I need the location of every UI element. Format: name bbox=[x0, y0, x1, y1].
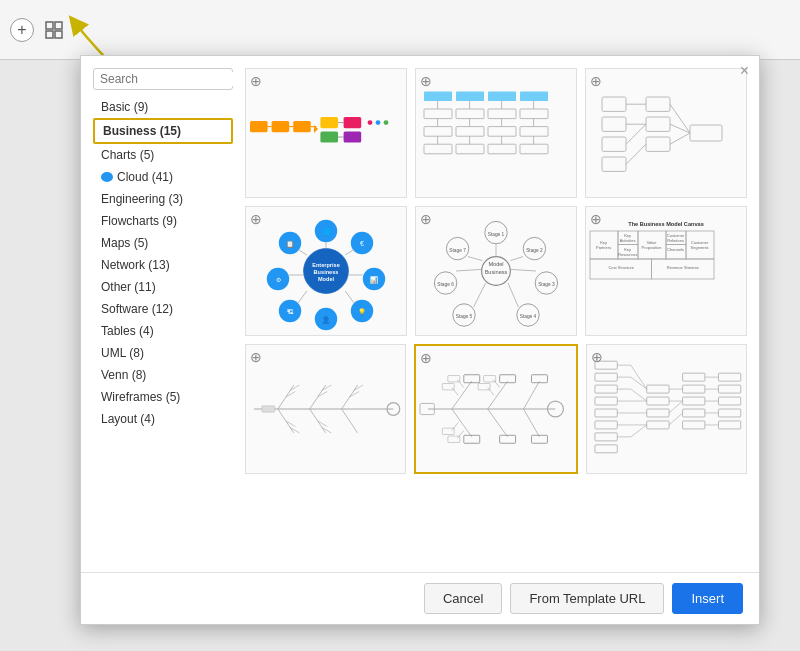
svg-rect-157 bbox=[262, 406, 275, 412]
zoom-icon-4[interactable]: ⊕ bbox=[250, 211, 262, 227]
zoom-icon-5[interactable]: ⊕ bbox=[420, 211, 432, 227]
svg-line-54 bbox=[626, 124, 646, 144]
template-card-canvas[interactable]: The Business Model Canvas Key Par bbox=[585, 206, 747, 336]
svg-line-108 bbox=[510, 257, 523, 261]
svg-rect-218 bbox=[682, 409, 704, 417]
svg-rect-209 bbox=[646, 409, 668, 417]
template-card-fishbone-1[interactable]: ⊕ bbox=[245, 344, 406, 474]
svg-rect-48 bbox=[602, 97, 626, 111]
svg-rect-187 bbox=[595, 385, 617, 393]
svg-text:Activities: Activities bbox=[620, 238, 636, 243]
category-item-maps[interactable]: Maps (5) bbox=[93, 232, 233, 254]
insert-button[interactable]: Insert bbox=[672, 583, 743, 614]
zoom-icon-6[interactable]: ⊕ bbox=[590, 211, 602, 227]
category-label-basic: Basic (9) bbox=[101, 100, 148, 114]
svg-line-206 bbox=[630, 425, 646, 437]
svg-text:Stage 5: Stage 5 bbox=[456, 314, 473, 319]
svg-rect-3 bbox=[55, 31, 62, 38]
template-card-stage-diagram[interactable]: Business Model Stage 1 Stage 2 Stage 3 S… bbox=[415, 206, 577, 336]
svg-line-109 bbox=[510, 269, 536, 271]
svg-rect-47 bbox=[520, 144, 548, 154]
category-label-layout: Layout (4) bbox=[101, 412, 155, 426]
category-label-uml: UML (8) bbox=[101, 346, 144, 360]
svg-rect-208 bbox=[646, 397, 668, 405]
zoom-icon-7[interactable]: ⊕ bbox=[250, 349, 262, 365]
zoom-icon-1[interactable]: ⊕ bbox=[250, 73, 262, 89]
template-card-business-model[interactable]: Enterprise Business Model bbox=[245, 206, 407, 336]
category-item-basic[interactable]: Basic (9) bbox=[93, 96, 233, 118]
modal-close-button[interactable]: × bbox=[740, 62, 749, 80]
svg-rect-186 bbox=[595, 373, 617, 381]
category-item-other[interactable]: Other (11) bbox=[93, 276, 233, 298]
template-row-1: ⊕ bbox=[245, 68, 747, 198]
search-input[interactable] bbox=[100, 72, 250, 86]
category-item-venn[interactable]: Venn (8) bbox=[93, 364, 233, 386]
svg-line-79 bbox=[298, 291, 307, 303]
svg-text:Proposition: Proposition bbox=[642, 245, 662, 250]
template-card-process-flow[interactable]: ⊕ bbox=[245, 68, 407, 198]
category-item-charts[interactable]: Charts (5) bbox=[93, 144, 233, 166]
svg-rect-182 bbox=[448, 436, 460, 442]
template-card-right-1[interactable]: ⊕ bbox=[585, 68, 747, 198]
svg-text:📊: 📊 bbox=[370, 276, 378, 284]
category-item-uml[interactable]: UML (8) bbox=[93, 342, 233, 364]
category-item-cloud[interactable]: Cloud (41) bbox=[93, 166, 233, 188]
svg-rect-39 bbox=[520, 127, 548, 137]
category-label-venn: Venn (8) bbox=[101, 368, 146, 382]
svg-rect-0 bbox=[46, 22, 53, 29]
svg-text:Model: Model bbox=[318, 276, 335, 282]
svg-text:Stage 2: Stage 2 bbox=[526, 248, 543, 253]
svg-rect-177 bbox=[478, 384, 490, 390]
zoom-icon-2[interactable]: ⊕ bbox=[420, 73, 432, 89]
svg-rect-37 bbox=[488, 127, 516, 137]
svg-rect-50 bbox=[602, 137, 626, 151]
svg-rect-20 bbox=[424, 91, 452, 101]
svg-line-155 bbox=[322, 427, 332, 433]
add-icon[interactable]: + bbox=[10, 18, 34, 42]
svg-text:Stage 7: Stage 7 bbox=[449, 248, 466, 253]
category-item-tables[interactable]: Tables (4) bbox=[93, 320, 233, 342]
svg-line-149 bbox=[322, 385, 332, 391]
category-item-flowcharts[interactable]: Flowcharts (9) bbox=[93, 210, 233, 232]
svg-line-173 bbox=[488, 387, 494, 395]
svg-rect-22 bbox=[488, 91, 516, 101]
svg-text:Stage 4: Stage 4 bbox=[520, 314, 537, 319]
category-item-software[interactable]: Software (12) bbox=[93, 298, 233, 320]
template-url-button[interactable]: From Template URL bbox=[510, 583, 664, 614]
svg-rect-192 bbox=[595, 445, 617, 453]
svg-rect-62 bbox=[690, 125, 722, 141]
cancel-button[interactable]: Cancel bbox=[424, 583, 502, 614]
svg-text:🌐: 🌐 bbox=[322, 227, 331, 236]
zoom-icon-3[interactable]: ⊕ bbox=[590, 73, 602, 89]
svg-rect-229 bbox=[718, 421, 740, 429]
zoom-icon-9[interactable]: ⊕ bbox=[591, 349, 603, 365]
template-card-flowchart[interactable]: ⊕ bbox=[415, 68, 577, 198]
category-item-network[interactable]: Network (13) bbox=[93, 254, 233, 276]
svg-rect-45 bbox=[488, 144, 516, 154]
svg-rect-31 bbox=[520, 109, 548, 119]
template-card-fishbone-selected[interactable]: ⊕ bbox=[414, 344, 577, 474]
svg-rect-56 bbox=[646, 97, 670, 111]
category-label-software: Software (12) bbox=[101, 302, 173, 316]
svg-rect-189 bbox=[595, 409, 617, 417]
svg-point-17 bbox=[368, 120, 373, 125]
search-container: 🔍 bbox=[93, 68, 233, 90]
svg-line-172 bbox=[458, 380, 464, 388]
svg-rect-49 bbox=[602, 117, 626, 131]
grid-icon[interactable] bbox=[42, 18, 66, 42]
category-item-engineering[interactable]: Engineering (3) bbox=[93, 188, 233, 210]
svg-text:Enterprise: Enterprise bbox=[312, 262, 340, 268]
svg-text:The Business Model Canvas: The Business Model Canvas bbox=[628, 221, 704, 227]
svg-rect-41 bbox=[424, 144, 452, 154]
template-modal: × 🔍 Basic (9)Business (15)Charts (5)Clou… bbox=[80, 55, 760, 625]
category-item-layout[interactable]: Layout (4) bbox=[93, 408, 233, 430]
svg-rect-23 bbox=[520, 91, 548, 101]
category-item-wireframes[interactable]: Wireframes (5) bbox=[93, 386, 233, 408]
zoom-icon-8[interactable]: ⊕ bbox=[420, 350, 432, 366]
category-item-business[interactable]: Business (15) bbox=[93, 118, 233, 144]
svg-text:Stage 6: Stage 6 bbox=[437, 282, 454, 287]
svg-line-61 bbox=[670, 133, 690, 144]
svg-line-201 bbox=[630, 377, 646, 389]
template-card-network[interactable]: ⊕ bbox=[586, 344, 747, 474]
svg-rect-191 bbox=[595, 433, 617, 441]
